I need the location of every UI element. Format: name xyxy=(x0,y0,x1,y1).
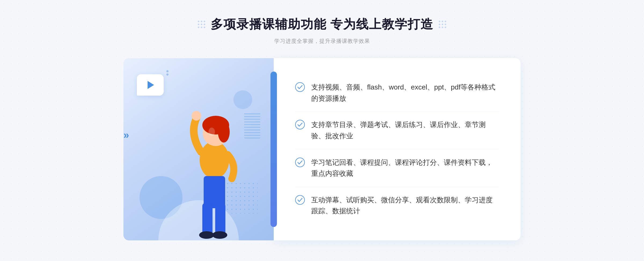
sparkle-decoration xyxy=(166,70,169,76)
svg-point-8 xyxy=(199,231,214,239)
svg-point-0 xyxy=(200,141,229,179)
right-features-card: 支持视频、音频、flash、word、excel、ppt、pdf等各种格式的资源… xyxy=(274,58,521,240)
feature-text-1: 支持视频、音频、flash、word、excel、ppt、pdf等各种格式的资源… xyxy=(311,82,499,104)
feature-item-4: 互动弹幕、试听购买、微信分享、观看次数限制、学习进度跟踪、数据统计 xyxy=(295,187,499,224)
title-row: 多项录播课辅助功能 专为线上教学打造 xyxy=(198,16,447,33)
feature-item-1: 支持视频、音频、flash、word、excel、ppt、pdf等各种格式的资源… xyxy=(295,74,499,112)
check-icon-1 xyxy=(295,82,305,92)
feature-text-4: 互动弹幕、试听购买、微信分享、观看次数限制、学习进度跟踪、数据统计 xyxy=(311,195,499,217)
left-illustration-card xyxy=(123,58,274,240)
svg-point-10 xyxy=(208,128,215,136)
decorative-dots-left xyxy=(198,21,205,28)
feature-item-3: 学习笔记回看、课程提问、课程评论打分、课件资料下载，重点内容收藏 xyxy=(295,150,499,187)
content-area: 支持视频、音频、flash、word、excel、ppt、pdf等各种格式的资源… xyxy=(123,58,521,240)
check-icon-3 xyxy=(295,158,305,167)
svg-point-9 xyxy=(212,231,227,239)
svg-point-4 xyxy=(192,111,201,121)
play-icon xyxy=(148,81,154,89)
feature-text-3: 学习笔记回看、课程提问、课程评论打分、课件资料下载，重点内容收藏 xyxy=(311,157,499,179)
feature-text-2: 支持章节目录、弹题考试、课后练习、课后作业、章节测验、批改作业 xyxy=(311,119,499,141)
left-arrows-decoration: » xyxy=(123,129,127,141)
person-figure xyxy=(173,90,259,240)
svg-point-14 xyxy=(295,195,305,204)
svg-point-13 xyxy=(295,158,305,167)
header-section: 多项录播课辅助功能 专为线上教学打造 学习进度全掌握，提升录播课教学效果 xyxy=(198,0,447,45)
feature-item-2: 支持章节目录、弹题考试、课后练习、课后作业、章节测验、批改作业 xyxy=(295,112,499,149)
check-icon-4 xyxy=(295,195,305,205)
svg-point-12 xyxy=(295,120,305,129)
blue-accent-bar xyxy=(270,72,277,227)
svg-rect-6 xyxy=(202,203,213,235)
decorative-dots-right xyxy=(439,21,446,28)
subtitle: 学习进度全掌握，提升录播课教学效果 xyxy=(274,38,370,45)
main-title: 多项录播课辅助功能 专为线上教学打造 xyxy=(211,16,434,33)
svg-point-3 xyxy=(218,121,230,143)
check-icon-2 xyxy=(295,120,305,129)
svg-point-11 xyxy=(295,83,305,92)
play-bubble xyxy=(137,74,164,96)
svg-rect-7 xyxy=(215,203,225,235)
page-wrapper: 多项录播课辅助功能 专为线上教学打造 学习进度全掌握，提升录播课教学效果 xyxy=(0,0,644,261)
